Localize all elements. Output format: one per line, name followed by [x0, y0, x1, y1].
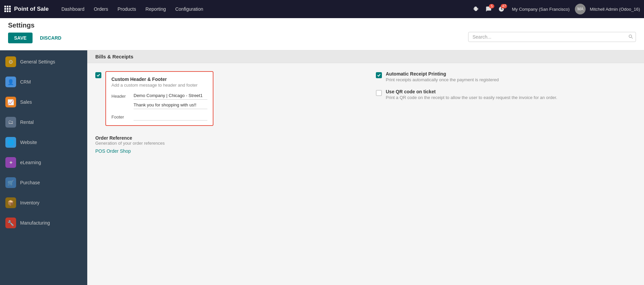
main-content: Bills & Receipts Custom Header & Footer: [87, 50, 644, 285]
sidebar-label-website: Website: [20, 140, 37, 145]
sidebar: ⚙ General Settings 👤 CRM 📈 Sales 🗂 Renta…: [0, 50, 87, 285]
custom-header-footer-box: Custom Header & Footer Add a custom mess…: [105, 71, 213, 126]
sidebar-label-general: General Settings: [20, 59, 55, 64]
custom-header-title: Custom Header & Footer: [111, 77, 207, 82]
general-settings-icon: ⚙: [5, 56, 16, 67]
svg-rect-7: [7, 10, 8, 12]
header-row: Header: [111, 92, 207, 109]
website-icon: 🌐: [5, 137, 16, 148]
crm-icon: 👤: [5, 77, 16, 87]
discard-button[interactable]: DISCARD: [35, 33, 66, 43]
chat-badge: 5: [489, 4, 494, 8]
app-title: Point of Sale: [14, 6, 49, 12]
svg-rect-5: [9, 8, 11, 10]
footer-input[interactable]: [134, 112, 207, 121]
custom-header-desc: Add a custom message to header and foote…: [111, 83, 207, 88]
settings-row: Custom Header & Footer Add a custom mess…: [95, 71, 636, 160]
footer-fields: [134, 112, 207, 121]
order-reference-title: Order Reference: [95, 135, 165, 141]
header-label: Header: [111, 92, 130, 99]
sidebar-item-rental[interactable]: 🗂 Rental: [0, 112, 87, 132]
svg-rect-6: [4, 10, 6, 12]
bug-icon[interactable]: [471, 5, 481, 13]
elearning-icon: ✦: [5, 157, 16, 168]
qr-code-desc: Print a QR code on the receipt to allow …: [386, 95, 557, 100]
company-name: My Company (San Francisco): [512, 7, 569, 12]
action-bar: SAVE DISCARD: [8, 33, 320, 43]
settings-col-right: Automatic Receipt Printing Print receipt…: [376, 71, 636, 160]
inventory-icon: 📦: [5, 197, 16, 208]
sales-icon: 📈: [5, 97, 16, 107]
sidebar-label-crm: CRM: [20, 79, 31, 85]
sidebar-item-general-settings[interactable]: ⚙ General Settings: [0, 52, 87, 72]
svg-rect-0: [4, 6, 6, 7]
header-line1-input[interactable]: [134, 92, 207, 100]
pos-order-shop-link[interactable]: POS Order Shop: [95, 148, 131, 154]
sidebar-item-sales[interactable]: 📈 Sales: [0, 92, 87, 112]
sidebar-label-sales: Sales: [20, 99, 32, 105]
save-button[interactable]: SAVE: [8, 33, 33, 43]
auto-receipt-desc: Print receipts automatically once the pa…: [386, 77, 499, 82]
sidebar-item-manufacturing[interactable]: 🔧 Manufacturing: [0, 213, 87, 233]
sidebar-label-elearning: eLearning: [20, 160, 41, 165]
top-navigation: Point of Sale Dashboard Orders Products …: [0, 0, 644, 18]
sidebar-label-manufacturing: Manufacturing: [20, 220, 50, 226]
sidebar-item-purchase[interactable]: 🛒 Purchase: [0, 173, 87, 193]
page-header-bar: Settings SAVE DISCARD: [0, 18, 644, 50]
sidebar-item-crm[interactable]: 👤 CRM: [0, 72, 87, 92]
svg-rect-1: [7, 6, 8, 7]
manufacturing-icon: 🔧: [5, 218, 16, 228]
user-name: Mitchell Admin (Odoo_16): [590, 7, 640, 12]
order-reference-desc: Generation of your order references: [95, 141, 165, 146]
qr-code-item: Use QR code on ticket Print a QR code on…: [376, 89, 636, 100]
qr-code-checkbox[interactable]: [376, 90, 382, 96]
search-icon: [628, 34, 633, 40]
sidebar-item-inventory[interactable]: 📦 Inventory: [0, 193, 87, 213]
svg-rect-2: [9, 6, 11, 7]
order-reference-section: Order Reference Generation of your order…: [95, 135, 356, 154]
grid-menu-icon[interactable]: [4, 5, 11, 13]
svg-rect-3: [4, 8, 6, 10]
order-reference-item: Order Reference Generation of your order…: [95, 135, 356, 154]
auto-receipt-checkbox[interactable]: [376, 72, 382, 78]
sidebar-item-elearning[interactable]: ✦ eLearning: [0, 152, 87, 173]
sidebar-label-rental: Rental: [20, 120, 34, 125]
auto-receipt-item: Automatic Receipt Printing Print receipt…: [376, 71, 636, 82]
page-title: Settings: [8, 21, 320, 29]
activity-icon[interactable]: 47: [496, 5, 506, 13]
auto-receipt-checkbox-wrap: [376, 72, 382, 82]
settings-body: Custom Header & Footer Add a custom mess…: [87, 63, 644, 169]
main-layout: ⚙ General Settings 👤 CRM 📈 Sales 🗂 Renta…: [0, 50, 644, 285]
search-bar: [468, 32, 636, 42]
user-avatar[interactable]: MA: [575, 4, 586, 14]
header-fields: [134, 92, 207, 109]
nav-products[interactable]: Products: [113, 0, 141, 18]
search-input[interactable]: [468, 32, 636, 42]
header-line2-input[interactable]: [134, 101, 207, 109]
activity-badge: 47: [501, 4, 507, 8]
nav-orders[interactable]: Orders: [89, 0, 113, 18]
sidebar-label-inventory: Inventory: [20, 200, 40, 205]
section-header: Bills & Receipts: [87, 50, 644, 63]
nav-reporting[interactable]: Reporting: [141, 0, 171, 18]
footer-label: Footer: [111, 112, 130, 120]
sidebar-item-website[interactable]: 🌐 Website: [0, 132, 87, 152]
custom-header-checkbox[interactable]: [95, 72, 101, 78]
svg-rect-4: [7, 8, 8, 10]
qr-code-title: Use QR code on ticket: [386, 89, 557, 94]
custom-header-checkbox-wrap: [95, 72, 101, 78]
footer-row: Footer: [111, 112, 207, 121]
sidebar-label-purchase: Purchase: [20, 180, 40, 185]
nav-configuration[interactable]: Configuration: [170, 0, 208, 18]
qr-code-checkbox-wrap: [376, 90, 382, 100]
purchase-icon: 🛒: [5, 177, 16, 188]
settings-col-left: Custom Header & Footer Add a custom mess…: [95, 71, 356, 160]
auto-receipt-title: Automatic Receipt Printing: [386, 71, 499, 77]
rental-icon: 🗂: [5, 117, 16, 128]
nav-dashboard[interactable]: Dashboard: [57, 0, 89, 18]
chat-icon[interactable]: 5: [484, 5, 494, 13]
header-footer-form: Header Footer: [111, 92, 207, 121]
svg-rect-8: [9, 10, 11, 12]
